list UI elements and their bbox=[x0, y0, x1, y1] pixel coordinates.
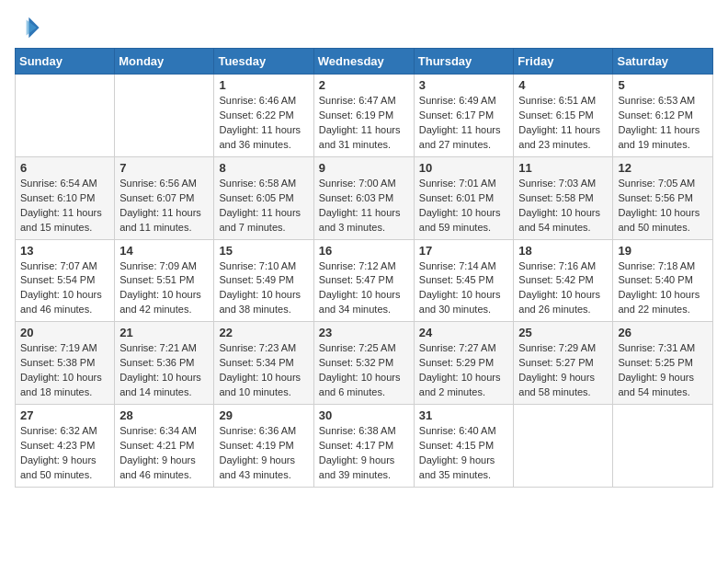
day-info: Sunrise: 7:21 AM Sunset: 5:36 PM Dayligh… bbox=[119, 341, 209, 400]
calendar-week-row: 13Sunrise: 7:07 AM Sunset: 5:54 PM Dayli… bbox=[16, 239, 713, 322]
calendar-cell: 8Sunrise: 6:58 AM Sunset: 6:05 PM Daylig… bbox=[214, 156, 313, 239]
calendar-cell bbox=[16, 75, 115, 157]
calendar-cell bbox=[115, 75, 214, 157]
day-info: Sunrise: 7:27 AM Sunset: 5:29 PM Dayligh… bbox=[419, 341, 509, 400]
day-info: Sunrise: 6:38 AM Sunset: 4:17 PM Dayligh… bbox=[319, 424, 409, 483]
calendar-cell: 23Sunrise: 7:25 AM Sunset: 5:32 PM Dayli… bbox=[313, 322, 414, 405]
day-number: 23 bbox=[319, 326, 409, 339]
calendar-cell: 22Sunrise: 7:23 AM Sunset: 5:34 PM Dayli… bbox=[214, 322, 313, 405]
day-info: Sunrise: 6:36 AM Sunset: 4:19 PM Dayligh… bbox=[219, 424, 308, 483]
day-of-week-header: Saturday bbox=[613, 49, 713, 75]
calendar-cell bbox=[613, 405, 713, 488]
calendar-cell: 25Sunrise: 7:29 AM Sunset: 5:27 PM Dayli… bbox=[514, 322, 613, 405]
day-number: 28 bbox=[119, 408, 209, 422]
day-number: 30 bbox=[319, 408, 409, 422]
day-of-week-header: Friday bbox=[514, 49, 613, 75]
day-number: 7 bbox=[119, 161, 209, 175]
calendar-cell: 12Sunrise: 7:05 AM Sunset: 5:56 PM Dayli… bbox=[613, 156, 713, 239]
day-info: Sunrise: 7:16 AM Sunset: 5:42 PM Dayligh… bbox=[518, 259, 608, 318]
calendar-cell bbox=[514, 405, 613, 488]
day-number: 27 bbox=[20, 408, 109, 422]
calendar-cell: 20Sunrise: 7:19 AM Sunset: 5:38 PM Dayli… bbox=[16, 322, 115, 405]
calendar-cell: 27Sunrise: 6:32 AM Sunset: 4:23 PM Dayli… bbox=[16, 405, 115, 488]
logo-icon bbox=[15, 15, 40, 40]
calendar-cell: 9Sunrise: 7:00 AM Sunset: 6:03 PM Daylig… bbox=[313, 156, 414, 239]
day-info: Sunrise: 6:51 AM Sunset: 6:15 PM Dayligh… bbox=[518, 94, 608, 153]
page-header bbox=[15, 15, 713, 40]
day-number: 2 bbox=[319, 78, 409, 92]
day-number: 16 bbox=[319, 244, 409, 258]
day-number: 3 bbox=[419, 78, 509, 92]
day-of-week-header: Thursday bbox=[414, 49, 514, 75]
day-info: Sunrise: 7:19 AM Sunset: 5:38 PM Dayligh… bbox=[20, 341, 109, 400]
day-number: 21 bbox=[119, 326, 209, 339]
calendar-cell: 10Sunrise: 7:01 AM Sunset: 6:01 PM Dayli… bbox=[414, 156, 514, 239]
day-number: 25 bbox=[518, 326, 608, 339]
day-info: Sunrise: 7:09 AM Sunset: 5:51 PM Dayligh… bbox=[119, 259, 209, 318]
day-info: Sunrise: 6:40 AM Sunset: 4:15 PM Dayligh… bbox=[419, 424, 509, 483]
day-info: Sunrise: 6:34 AM Sunset: 4:21 PM Dayligh… bbox=[119, 424, 209, 483]
calendar-cell: 5Sunrise: 6:53 AM Sunset: 6:12 PM Daylig… bbox=[613, 75, 713, 157]
calendar-week-row: 6Sunrise: 6:54 AM Sunset: 6:10 PM Daylig… bbox=[16, 156, 713, 239]
day-number: 15 bbox=[219, 244, 308, 258]
day-info: Sunrise: 7:12 AM Sunset: 5:47 PM Dayligh… bbox=[319, 259, 409, 318]
day-number: 6 bbox=[20, 161, 109, 175]
calendar-cell: 31Sunrise: 6:40 AM Sunset: 4:15 PM Dayli… bbox=[414, 405, 514, 488]
calendar-cell: 21Sunrise: 7:21 AM Sunset: 5:36 PM Dayli… bbox=[115, 322, 214, 405]
day-number: 26 bbox=[618, 326, 708, 339]
day-of-week-header: Sunday bbox=[16, 49, 115, 75]
day-number: 11 bbox=[518, 161, 608, 175]
calendar-cell: 11Sunrise: 7:03 AM Sunset: 5:58 PM Dayli… bbox=[514, 156, 613, 239]
day-info: Sunrise: 6:54 AM Sunset: 6:10 PM Dayligh… bbox=[20, 177, 109, 236]
day-number: 1 bbox=[219, 78, 308, 92]
calendar-cell: 3Sunrise: 6:49 AM Sunset: 6:17 PM Daylig… bbox=[414, 75, 514, 157]
day-of-week-header: Monday bbox=[115, 49, 214, 75]
day-info: Sunrise: 7:14 AM Sunset: 5:45 PM Dayligh… bbox=[419, 259, 509, 318]
calendar-header-row: SundayMondayTuesdayWednesdayThursdayFrid… bbox=[16, 49, 713, 75]
calendar-week-row: 1Sunrise: 6:46 AM Sunset: 6:22 PM Daylig… bbox=[16, 75, 713, 157]
calendar-cell: 6Sunrise: 6:54 AM Sunset: 6:10 PM Daylig… bbox=[16, 156, 115, 239]
day-of-week-header: Wednesday bbox=[313, 49, 414, 75]
calendar-cell: 15Sunrise: 7:10 AM Sunset: 5:49 PM Dayli… bbox=[214, 239, 313, 322]
calendar-table: SundayMondayTuesdayWednesdayThursdayFrid… bbox=[15, 48, 713, 488]
day-number: 20 bbox=[20, 326, 109, 339]
day-number: 14 bbox=[119, 244, 209, 258]
day-number: 18 bbox=[518, 244, 608, 258]
calendar-cell: 30Sunrise: 6:38 AM Sunset: 4:17 PM Dayli… bbox=[313, 405, 414, 488]
day-info: Sunrise: 7:10 AM Sunset: 5:49 PM Dayligh… bbox=[219, 259, 308, 318]
day-number: 9 bbox=[319, 161, 409, 175]
day-info: Sunrise: 6:32 AM Sunset: 4:23 PM Dayligh… bbox=[20, 424, 109, 483]
calendar-cell: 24Sunrise: 7:27 AM Sunset: 5:29 PM Dayli… bbox=[414, 322, 514, 405]
day-number: 24 bbox=[419, 326, 509, 339]
day-info: Sunrise: 6:56 AM Sunset: 6:07 PM Dayligh… bbox=[119, 177, 209, 236]
day-number: 19 bbox=[618, 244, 708, 258]
day-number: 29 bbox=[219, 408, 308, 422]
calendar-cell: 18Sunrise: 7:16 AM Sunset: 5:42 PM Dayli… bbox=[514, 239, 613, 322]
calendar-week-row: 20Sunrise: 7:19 AM Sunset: 5:38 PM Dayli… bbox=[16, 322, 713, 405]
calendar-cell: 26Sunrise: 7:31 AM Sunset: 5:25 PM Dayli… bbox=[613, 322, 713, 405]
day-info: Sunrise: 7:01 AM Sunset: 6:01 PM Dayligh… bbox=[419, 177, 509, 236]
day-number: 13 bbox=[20, 244, 109, 258]
calendar-week-row: 27Sunrise: 6:32 AM Sunset: 4:23 PM Dayli… bbox=[16, 405, 713, 488]
day-info: Sunrise: 6:53 AM Sunset: 6:12 PM Dayligh… bbox=[618, 94, 708, 153]
calendar-cell: 1Sunrise: 6:46 AM Sunset: 6:22 PM Daylig… bbox=[214, 75, 313, 157]
day-info: Sunrise: 6:58 AM Sunset: 6:05 PM Dayligh… bbox=[219, 177, 308, 236]
day-number: 4 bbox=[518, 78, 608, 92]
day-number: 17 bbox=[419, 244, 509, 258]
day-number: 12 bbox=[618, 161, 708, 175]
calendar-cell: 2Sunrise: 6:47 AM Sunset: 6:19 PM Daylig… bbox=[313, 75, 414, 157]
calendar-cell: 29Sunrise: 6:36 AM Sunset: 4:19 PM Dayli… bbox=[214, 405, 313, 488]
day-info: Sunrise: 6:49 AM Sunset: 6:17 PM Dayligh… bbox=[419, 94, 509, 153]
day-info: Sunrise: 7:31 AM Sunset: 5:25 PM Dayligh… bbox=[618, 341, 708, 400]
day-info: Sunrise: 6:46 AM Sunset: 6:22 PM Dayligh… bbox=[219, 94, 308, 153]
calendar-cell: 7Sunrise: 6:56 AM Sunset: 6:07 PM Daylig… bbox=[115, 156, 214, 239]
calendar-cell: 13Sunrise: 7:07 AM Sunset: 5:54 PM Dayli… bbox=[16, 239, 115, 322]
day-info: Sunrise: 7:23 AM Sunset: 5:34 PM Dayligh… bbox=[219, 341, 308, 400]
day-number: 10 bbox=[419, 161, 509, 175]
day-info: Sunrise: 7:18 AM Sunset: 5:40 PM Dayligh… bbox=[618, 259, 708, 318]
day-info: Sunrise: 7:05 AM Sunset: 5:56 PM Dayligh… bbox=[618, 177, 708, 236]
day-number: 5 bbox=[618, 78, 708, 92]
day-of-week-header: Tuesday bbox=[214, 49, 313, 75]
calendar-cell: 19Sunrise: 7:18 AM Sunset: 5:40 PM Dayli… bbox=[613, 239, 713, 322]
day-number: 31 bbox=[419, 408, 509, 422]
